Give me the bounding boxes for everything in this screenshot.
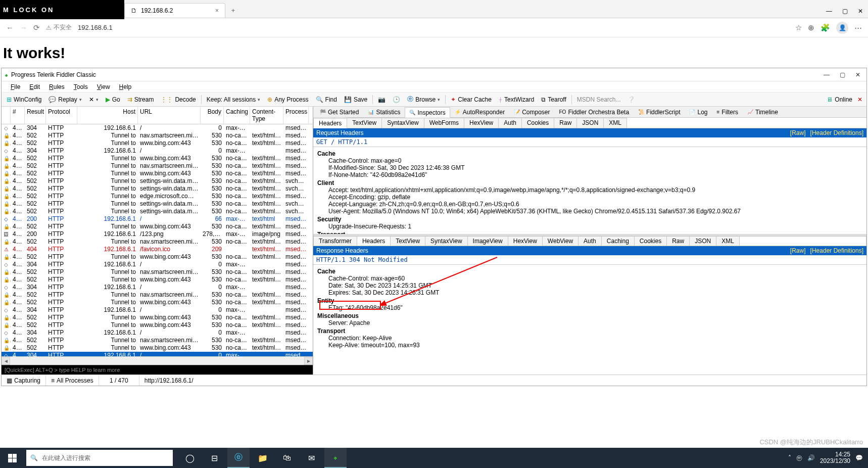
res-tab-auth[interactable]: Auth [578,237,602,246]
tab-filters[interactable]: ≡Filters [712,107,743,117]
stream-button[interactable]: ⇉Stream [124,95,157,104]
header-defs-link[interactable]: [Header Definitions] [810,247,863,254]
session-row[interactable]: ◇451304HTTP192.168.6.1/0max-ag...msedg..… [2,147,313,155]
more-menu-icon[interactable]: ⋯ [854,23,862,32]
res-tab-textview[interactable]: TextView [391,237,425,246]
res-tab-caching[interactable]: Caching [602,237,635,246]
req-tab-hexview[interactable]: HexView [464,118,499,128]
session-row[interactable]: ◇473304HTTP192.168.6.1/0max-ag...msedg..… [2,306,313,314]
raw-link[interactable]: [Raw] [790,247,806,254]
decode-button[interactable]: ⋮⋮Decode [158,95,199,104]
session-row[interactable]: ◇467304HTTP192.168.6.1/0max-ag...msedg..… [2,261,313,268]
session-row[interactable]: 🔒472502HTTPTunnel towww.bing.com:443530n… [2,299,313,306]
req-tab-xml[interactable]: XML [603,118,627,128]
req-tab-cookies[interactable]: Cookies [521,118,554,128]
menu-help[interactable]: Help [115,82,136,91]
col-caching[interactable]: Caching [224,107,250,124]
session-row[interactable]: 🔒464502HTTPTunnel tonav.smartscreen.micr… [2,238,313,246]
window-minimize-icon[interactable]: — [826,8,832,15]
res-tab-webview[interactable]: WebView [543,237,578,246]
url-text[interactable]: 192.168.6.1 [78,24,113,31]
timer-button[interactable]: 🕒 [390,95,403,104]
replay-button[interactable]: 💬Replay [45,95,84,104]
session-row[interactable]: ◇476304HTTP192.168.6.1/0max-ag...msedg..… [2,329,313,337]
header-line[interactable]: Date: Sat, 30 Dec 2023 14:25:31 GMT [317,282,862,289]
help-button[interactable]: ❔ [624,95,638,104]
header-line[interactable]: Cache-Control: max-age=60 [317,275,862,282]
session-row[interactable]: ◇448304HTTP192.168.6.1/0max-ag...msedg..… [2,124,313,132]
req-tab-headers[interactable]: Headers [313,118,347,128]
header-line[interactable]: Expires: Sat, 30 Dec 2023 14:26:31 GMT [317,289,862,296]
session-row[interactable]: 🔒462502HTTPTunnel towww.bing.com:443530n… [2,223,313,230]
session-row[interactable]: 🔒459502HTTPTunnel tosettings-win.data.mi… [2,200,313,208]
col-result[interactable]: Result [25,107,46,124]
header-line[interactable]: Accept: text/html,application/xhtml+xml,… [317,186,862,194]
scroll-right-icon[interactable]: ▸ [304,357,313,365]
req-tab-syntaxview[interactable]: SyntaxView [381,118,424,128]
browse-button[interactable]: ⓔBrowse [404,94,443,105]
session-row[interactable]: 🔒471502HTTPTunnel tonav.smartscreen.micr… [2,291,313,299]
session-row[interactable]: 🔒456502HTTPTunnel tosettings-win.data.mi… [2,177,313,185]
tab-autoresponder[interactable]: ⚡AutoResponder [450,107,509,117]
session-row[interactable]: 🔒466502HTTPTunnel towww.bing.com:443530n… [2,253,313,261]
session-row[interactable]: 🔒449502HTTPTunnel tonav.smartscreen.micr… [2,132,313,139]
any-process-button[interactable]: ⊕Any Process [264,95,311,104]
tab-log[interactable]: 📄Log [685,107,712,117]
menu-rules[interactable]: Rules [45,82,69,91]
window-maximize-icon[interactable]: ▢ [842,8,848,15]
header-line[interactable]: Accept-Language: zh-CN,zh;q=0.9,en;q=0.8… [317,201,862,208]
new-tab-button[interactable]: + [225,4,241,18]
header-line[interactable]: If-Modified-Since: Sat, 30 Dec 2023 12:4… [317,164,862,171]
res-tab-transformer[interactable]: Transformer [314,237,357,246]
session-row[interactable]: 🔒475502HTTPTunnel towww.bing.com:443530n… [2,321,313,329]
col-url[interactable]: URL [138,107,201,124]
winconfig-button[interactable]: ⊞WinConfig [4,95,44,104]
process-filter[interactable]: ≡All Processes [46,375,99,386]
session-row[interactable]: 🔒450502HTTPTunnel towww.bing.com:443530n… [2,139,313,147]
session-row[interactable]: 🖼463200HTTP192.168.6.1/123.png278,038max… [2,230,313,238]
res-tab-raw[interactable]: Raw [667,237,690,246]
session-row[interactable]: 🔒468502HTTPTunnel tonav.smartscreen.micr… [2,268,313,276]
session-row[interactable]: 🔒478502HTTPTunnel towww.bing.com:443530n… [2,344,313,352]
req-tab-json[interactable]: JSON [576,118,604,128]
quickexec-bar[interactable]: [QuickExec] ALT+Q > type HELP to learn m… [2,365,313,375]
session-row[interactable]: 🔒457502HTTPTunnel tosettings-win.data.mi… [2,185,313,193]
header-line[interactable]: Cache-Control: max-age=0 [317,157,862,164]
toolbar-close-icon[interactable]: ✕ [857,96,862,103]
extensions-icon[interactable]: 🧩 [821,23,830,32]
header-line[interactable]: ETag: "42-60db98a2e41d6" [317,304,862,311]
browser-tab[interactable]: 🗋 192.168.6.2 × [124,3,225,18]
remove-button[interactable]: ✕ [86,95,102,104]
refresh-button[interactable]: ⟳ [33,23,40,32]
menu-edit[interactable]: Edit [25,82,44,91]
tearoff-button[interactable]: ⧉Tearoff [538,95,569,104]
req-tab-textview[interactable]: TextView [347,118,382,128]
capturing-indicator[interactable]: ▦Capturing [2,375,46,386]
tab-timeline[interactable]: 📈Timeline [743,107,783,117]
col-body[interactable]: Body [201,107,224,124]
sessions-header[interactable]: # Result Protocol Host URL Body Caching … [2,107,313,124]
close-tab-icon[interactable]: × [215,7,219,14]
req-tab-auth[interactable]: Auth [498,118,522,128]
fiddler-maximize-icon[interactable]: ▢ [840,71,845,78]
header-line[interactable]: Connection: Keep-Alive [317,335,862,342]
sessions-scrollbar[interactable]: ◂ ▸ [2,356,313,365]
session-row[interactable]: 🔒458502HTTPTunnel toedge.microsoft.com:4… [2,193,313,200]
session-row[interactable]: 🔒469502HTTPTunnel towww.bing.com:443530n… [2,276,313,284]
res-tab-xml[interactable]: XML [716,237,740,246]
screenshot-button[interactable]: 📷 [375,95,389,104]
res-tab-syntaxview[interactable]: SyntaxView [425,237,467,246]
find-button[interactable]: 🔍Find [313,95,340,104]
header-line[interactable]: Keep-Alive: timeout=100, max=93 [317,342,862,349]
collections-icon[interactable]: ⊕ [808,23,814,32]
save-button[interactable]: 💾Save [341,95,370,104]
menu-view[interactable]: View [93,82,114,91]
request-headers[interactable]: CacheCache-Control: max-age=0If-Modified… [313,147,866,234]
session-row[interactable]: 🔒452502HTTPTunnel towww.bing.com:443530n… [2,155,313,162]
keep-sessions-dropdown[interactable]: Keep: All sessions [204,95,263,104]
tab-composer[interactable]: 📝Composer [509,107,554,117]
session-row[interactable]: ⚠465404HTTP192.168.6.1/favicon.ico209tex… [2,246,313,253]
session-row[interactable]: 🔒474502HTTPTunnel towww.bing.com:443530n… [2,314,313,321]
col-host[interactable]: Host [77,107,138,124]
col-process[interactable]: Process [283,107,309,124]
